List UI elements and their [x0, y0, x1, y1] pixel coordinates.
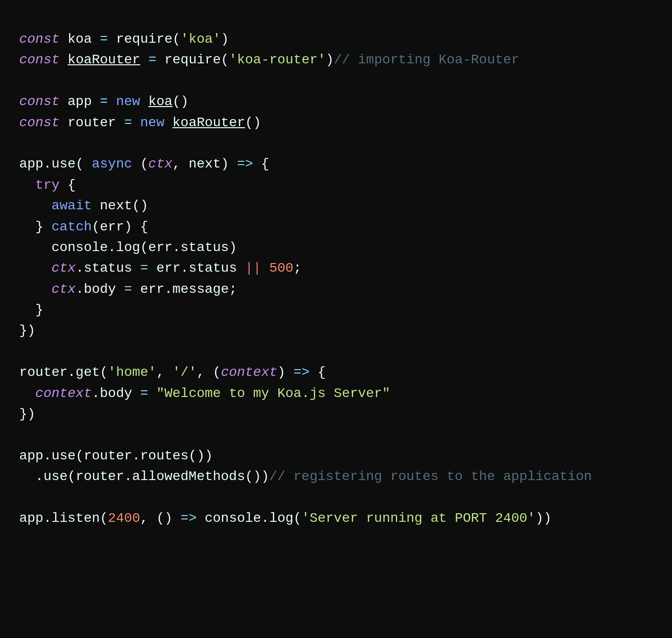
code-line-10: ctx.status = err.status || 500;	[19, 258, 653, 278]
code-line-14: router.get('home', '/', (context) => {	[19, 362, 653, 383]
code-line-6: try {	[19, 175, 653, 195]
code-line-9: console.log(err.status)	[19, 237, 653, 258]
code-line-3: const app = new koa()	[19, 91, 653, 112]
code-line-4: const router = new koaRouter()	[19, 112, 653, 133]
code-line-8: } catch(err) {	[19, 217, 653, 237]
code-line-blank-5	[19, 487, 653, 508]
code-line-13: })	[19, 320, 653, 341]
code-line-12: }	[19, 300, 653, 320]
keyword-const-2: const	[19, 52, 60, 67]
keyword-const-3: const	[19, 94, 60, 109]
code-line-blank-4	[19, 424, 653, 445]
keyword-const: const	[19, 32, 60, 47]
code-line-5: app.use( async (ctx, next) => {	[19, 154, 653, 174]
code-line-18: .use(router.allowedMethods())// register…	[19, 466, 653, 487]
code-line-15: context.body = "Welcome to my Koa.js Ser…	[19, 383, 653, 404]
code-line-2: const koaRouter = require('koa-router')/…	[19, 49, 653, 70]
code-line-1: const koa = require('koa')	[19, 29, 653, 49]
keyword-const-4: const	[19, 115, 60, 130]
code-line-7: await next()	[19, 195, 653, 216]
code-line-11: ctx.body = err.message;	[19, 279, 653, 300]
code-line-blank-2	[19, 133, 653, 154]
code-line-16: })	[19, 404, 653, 424]
code-line-17: app.use(router.routes())	[19, 445, 653, 466]
code-line-blank-3	[19, 341, 653, 362]
code-editor: const koa = require('koa') const koaRout…	[19, 29, 653, 529]
code-line-19: app.listen(2400, () => console.log('Serv…	[19, 508, 653, 529]
code-line-blank-1	[19, 71, 653, 91]
